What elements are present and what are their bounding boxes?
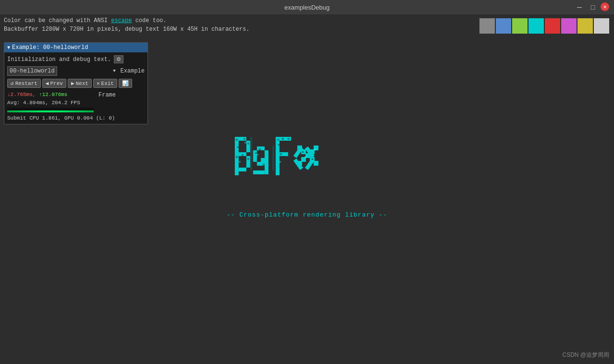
watermark: CSDN @追梦周周 — [562, 351, 609, 359]
svg-rect-20 — [259, 148, 261, 150]
exit-label: Exit — [101, 81, 114, 86]
svg-rect-9 — [247, 143, 249, 145]
example-select-wrapper: 00-helloworld — [7, 66, 118, 76]
swatch-7 — [594, 18, 609, 34]
svg-rect-15 — [265, 150, 269, 158]
svg-rect-44 — [242, 158, 244, 160]
swatch-0 — [479, 18, 495, 34]
svg-rect-45 — [278, 144, 280, 146]
svg-rect-53 — [257, 154, 258, 156]
prev-icon: ◀ — [46, 80, 49, 86]
close-button[interactable]: ✕ — [601, 2, 609, 11]
debug-text-area: Color can be changed with ANSI escape co… — [0, 14, 253, 36]
exit-icon: ✕ — [97, 80, 100, 86]
swatch-1 — [496, 18, 511, 34]
debug-line2: Backbuffer 1280W x 720H in pixels, debug… — [4, 25, 249, 34]
svg-rect-10 — [236, 156, 238, 158]
svg-rect-14 — [253, 150, 257, 162]
minimize-button[interactable]: ─ — [574, 2, 585, 12]
prev-button[interactable]: ◀ Prev — [42, 79, 66, 88]
avg-row: Avg: 4.894ms, 204.2 FPS — [7, 99, 94, 107]
next-button[interactable]: ▶ Next — [68, 79, 92, 88]
svg-rect-47 — [259, 151, 260, 153]
stats-row: ↓2.765ms, ↑12.076ms Avg: 4.894ms, 204.2 … — [7, 91, 145, 112]
svg-rect-23 — [276, 137, 280, 175]
init-row: Initialization and debug text. ⚙ — [7, 55, 145, 63]
window-title: examplesDebug — [284, 4, 330, 11]
swatch-5 — [561, 18, 577, 34]
maximize-button[interactable]: □ — [587, 2, 599, 12]
svg-rect-17 — [261, 158, 269, 162]
bgfx-logo — [230, 130, 384, 206]
svg-rect-8 — [244, 138, 246, 140]
svg-rect-43 — [237, 146, 239, 148]
svg-rect-3 — [239, 168, 246, 171]
panel-body: Initialization and debug text. ⚙ 00-hell… — [4, 52, 147, 124]
svg-rect-11 — [242, 154, 244, 156]
time-down: ↓2.765ms, — [7, 92, 36, 97]
svg-rect-54 — [305, 156, 307, 158]
panel-header[interactable]: ▼ Example: 00-helloworld — [4, 43, 147, 52]
titlebar-controls: ─ □ ✕ — [574, 2, 609, 12]
svg-rect-52 — [279, 161, 281, 163]
tagline: -- Cross-platform rendering library -- — [227, 211, 387, 218]
stats-left: ↓2.765ms, ↑12.076ms Avg: 4.894ms, 204.2 … — [7, 91, 94, 112]
panel-header-label: Example: 00-helloworld — [12, 44, 88, 51]
swatch-6 — [577, 18, 593, 34]
svg-rect-40 — [310, 149, 315, 154]
chart-button[interactable]: 📊 — [119, 79, 132, 88]
submit-row: Submit CPU 1.861, GPU 0.004 (L: 0) — [7, 114, 145, 121]
restart-label: Restart — [15, 81, 37, 86]
titlebar: examplesDebug ─ □ ✕ — [0, 0, 614, 14]
swatch-3 — [528, 18, 544, 34]
svg-rect-51 — [245, 142, 246, 144]
svg-rect-18 — [265, 165, 269, 174]
prev-label: Prev — [50, 81, 62, 86]
svg-rect-22 — [263, 164, 265, 166]
svg-rect-12 — [247, 158, 249, 160]
next-label: Next — [76, 81, 88, 86]
chart-icon: 📊 — [122, 80, 129, 86]
svg-rect-19 — [253, 170, 265, 174]
debug-line1: Color can be changed with ANSI escape co… — [4, 16, 249, 25]
frame-time-row: ↓2.765ms, ↑12.076ms — [7, 91, 94, 99]
settings-button[interactable]: ⚙ — [114, 55, 123, 63]
next-icon: ▶ — [71, 80, 74, 86]
svg-rect-4 — [246, 141, 250, 152]
exit-button[interactable]: ✕ Exit — [93, 79, 117, 88]
buttons-row: ↺ Restart ◀ Prev ▶ Next ✕ Exit 📊 — [7, 79, 145, 88]
init-text: Initialization and debug text. — [7, 56, 111, 63]
time-up: ↑12.076ms — [39, 92, 67, 97]
svg-rect-49 — [312, 158, 313, 160]
svg-rect-6 — [236, 139, 238, 141]
svg-rect-55 — [314, 149, 316, 151]
svg-rect-27 — [282, 138, 284, 140]
logo-area: -- Cross-platform rendering library -- — [227, 130, 387, 218]
svg-rect-50 — [239, 161, 241, 163]
svg-rect-29 — [280, 153, 282, 155]
svg-rect-26 — [277, 139, 279, 141]
svg-rect-48 — [302, 151, 304, 153]
panel-collapse-arrow: ▼ — [7, 45, 10, 50]
svg-rect-57 — [272, 146, 274, 170]
graph-line — [7, 110, 94, 112]
debug-panel: ▼ Example: 00-helloworld Initialization … — [4, 42, 148, 124]
dropdown-row: 00-helloworld Example — [7, 66, 145, 76]
svg-rect-5 — [246, 156, 250, 168]
svg-rect-56 — [250, 137, 252, 170]
performance-graph — [7, 108, 94, 112]
restart-icon: ↺ — [11, 80, 14, 86]
restart-button[interactable]: ↺ Restart — [7, 79, 41, 88]
color-swatches — [479, 18, 609, 34]
swatch-2 — [512, 18, 528, 34]
example-label: Example — [121, 68, 145, 74]
svg-rect-28 — [288, 138, 290, 140]
svg-rect-46 — [283, 156, 284, 158]
frame-label: Frame — [98, 91, 116, 98]
svg-rect-7 — [240, 142, 242, 144]
example-select[interactable]: 00-helloworld — [7, 66, 57, 76]
swatch-4 — [545, 18, 560, 34]
